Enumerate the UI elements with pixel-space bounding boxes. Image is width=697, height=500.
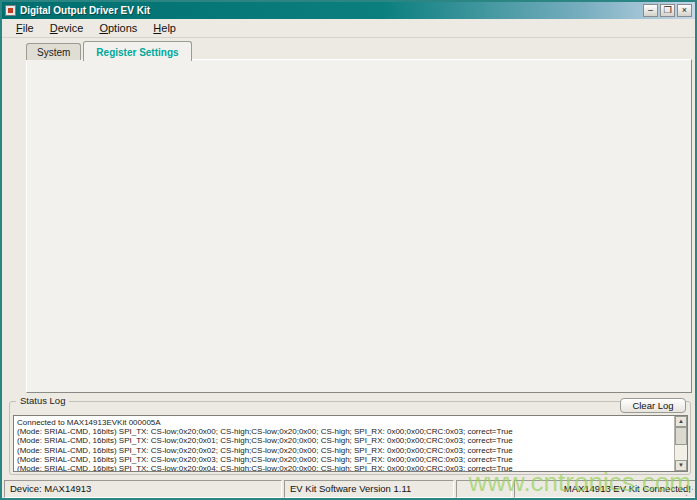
tab-strip: System Register Settings — [26, 42, 194, 60]
log-line: (Mode: SRIAL-CMD, 16bits) SPI_TX: CS-low… — [17, 446, 671, 455]
log-scrollbar[interactable]: ▲ ▼ — [674, 416, 687, 471]
menu-bar: File Device Options Help — [2, 19, 695, 38]
tab-register-settings[interactable]: Register Settings — [83, 41, 191, 61]
app-icon — [5, 5, 16, 16]
log-line: (Mode: SRIAL-CMD, 16bits) SPI_TX: CS-low… — [17, 436, 671, 445]
close-icon[interactable]: × — [677, 4, 692, 17]
status-log-area[interactable]: Connected to MAX14913EVKit 000005A(Mode:… — [13, 415, 688, 472]
menu-options[interactable]: Options — [91, 20, 145, 36]
status-spacer — [456, 480, 512, 498]
window-title: Digital Output Driver EV Kit — [20, 5, 641, 16]
tab-system[interactable]: System — [26, 43, 81, 60]
log-line: (Mode: SRIAL-CMD, 16bits) SPI_TX: CS-low… — [17, 455, 671, 464]
register-settings-page — [26, 59, 692, 393]
scroll-up-icon[interactable]: ▲ — [675, 416, 687, 427]
log-line: (Mode: SRIAL-CMD, 16bits) SPI_TX: CS-low… — [17, 427, 671, 436]
resize-grip[interactable]: ⋰ — [685, 487, 694, 497]
status-log-title: Status Log — [16, 395, 69, 406]
menu-help[interactable]: Help — [145, 20, 184, 36]
menu-device[interactable]: Device — [42, 20, 92, 36]
menu-file[interactable]: File — [8, 20, 42, 36]
scroll-thumb[interactable] — [675, 427, 687, 445]
minimize-icon[interactable]: – — [643, 4, 658, 17]
scroll-down-icon[interactable]: ▼ — [675, 460, 687, 471]
status-version: EV Kit Software Version 1.11 — [284, 480, 454, 498]
status-device: Device: MAX14913 — [4, 480, 282, 498]
log-line: (Mode: SRIAL-CMD, 16bits) SPI_TX: CS-low… — [17, 464, 671, 472]
maximize-icon[interactable]: ❒ — [660, 4, 675, 17]
status-connection: MAX14913 EV Kit Connected! — [514, 480, 697, 498]
app-window: Digital Output Driver EV Kit – ❒ × File … — [0, 0, 697, 500]
log-line: Connected to MAX14913EVKit 000005A — [17, 418, 671, 427]
clear-log-button[interactable]: Clear Log — [620, 398, 686, 413]
status-bar: Device: MAX14913 EV Kit Software Version… — [4, 480, 697, 498]
title-bar: Digital Output Driver EV Kit – ❒ × — [2, 2, 695, 19]
